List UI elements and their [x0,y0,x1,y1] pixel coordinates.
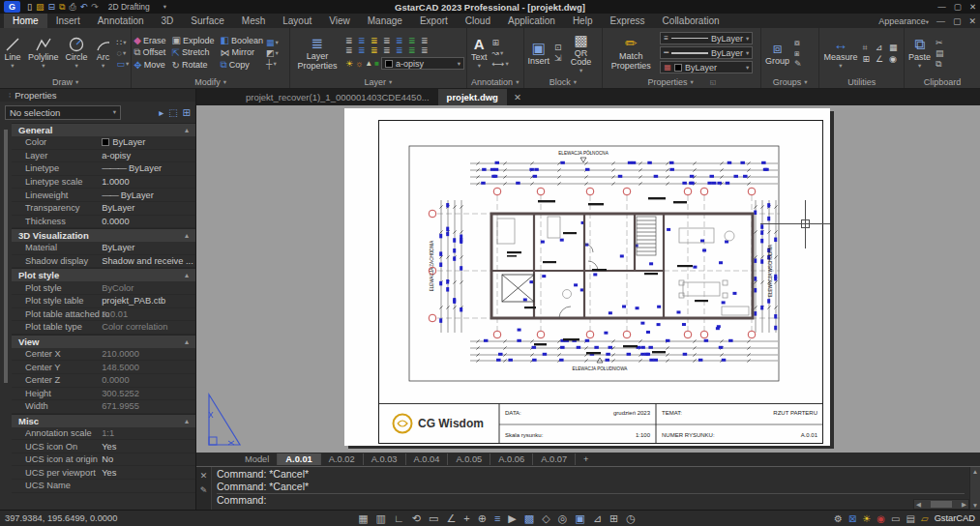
arc-button[interactable]: Arc▾ [93,36,114,69]
property-value[interactable]: 1:1 [102,428,195,438]
object-color-dropdown[interactable]: ▦ ByLayer▾ [660,61,753,73]
scroll-up-icon[interactable]: ▲ [972,468,978,475]
area-icon[interactable]: ⊿ [876,43,883,53]
layer-tool-icon-4[interactable]: ≣ [383,36,395,45]
menu-tab-3d[interactable]: 3D [153,14,183,28]
annotation-monitor-icon[interactable]: ◎ [558,511,568,526]
command-window[interactable]: ✕ ✎ Command: *Cancel*Command: *Cancel*Co… [196,466,980,510]
lineweight-dropdown[interactable]: ┅ ByLayer▾ [660,46,753,59]
stretch-button[interactable]: ⇱Stretch [172,46,215,58]
id-point-icon[interactable]: ⌗ [862,43,870,53]
section-header-plot-style[interactable]: Plot style▴ [12,268,195,281]
polar-tracking-icon[interactable]: ⟲ [412,511,421,526]
doc-tab-0[interactable]: projekt_recover(1)_1_000001403CDE4450... [237,89,438,105]
property-value[interactable]: 671.9955 [102,401,195,411]
section-header-view[interactable]: View▴ [12,335,195,348]
object-snap-tracking-icon[interactable]: ⊕ [478,511,487,526]
copy-button[interactable]: ⧉Copy [221,59,263,71]
minimize-button[interactable]: — [937,2,946,12]
doc-minimize-button[interactable]: — [936,16,945,26]
plot-icon[interactable]: ▤ [906,513,914,524]
property-value[interactable]: Yes [102,442,195,452]
doc-tab-close-icon[interactable]: ✕ [507,89,528,105]
rotate-button[interactable]: ↻Rotate [172,59,215,71]
layer-thaw-sun-icon[interactable]: ☼ [355,59,363,69]
layer-tool-icon-9[interactable]: ≣ [358,45,370,55]
ellipse-button[interactable]: ◌▾ [117,48,130,58]
property-value[interactable]: Color correlation [102,322,195,332]
point-grid-button[interactable]: ∷▾ [117,38,130,47]
leader-button[interactable]: ↝▾ [492,48,509,58]
layer-tool-icon-10[interactable]: ≣ [371,45,382,55]
command-scrollbar[interactable]: ▲ ▼ [969,467,980,510]
palette-grip-icon[interactable]: ⁞ [9,91,11,100]
full-screen-icon[interactable]: ▭ [891,513,900,524]
property-value[interactable]: ———ByLayer [102,163,195,173]
menu-tab-annotation[interactable]: Annotation [89,14,153,28]
menu-tab-surface[interactable]: Surface [182,14,232,28]
layer-on-bulb-icon[interactable]: ☀ [345,59,353,69]
create-block-button[interactable]: ⊡ [554,43,562,52]
redo-icon[interactable]: ↷ [91,2,99,12]
scroll-right-icon[interactable]: ▶ [962,501,966,509]
edit-block-button[interactable]: ⇲ [554,53,562,63]
property-value[interactable]: ——ByLayer [102,190,195,200]
menu-tab-layout[interactable]: Layout [274,14,320,28]
property-value[interactable]: No [102,454,195,464]
layer-tool-icon-1[interactable]: ≣ [345,36,357,45]
property-value[interactable]: A.0.01 [102,309,195,319]
line-button[interactable]: Line▾ [2,36,23,69]
drawing-canvas[interactable]: ELEWACJA PÓŁNOCNA ELEWACJA POŁUDNIOWA EL… [196,105,980,453]
fillet-button[interactable]: ◩▾ [266,48,279,58]
layout-tab-a-0-07[interactable]: A.0.07 [533,453,576,465]
ungroup-button[interactable]: ⧇ [794,38,802,47]
layer-tool-icon-3[interactable]: ≣ [371,36,382,45]
lineweight-display-icon[interactable]: ≡ [494,511,500,526]
scroll-down-icon[interactable]: ▼ [972,502,978,509]
paper-sheet[interactable]: ELEWACJA PÓŁNOCNA ELEWACJA POŁUDNIOWA EL… [344,108,830,446]
isometric-drafting-icon[interactable]: ◇ [542,511,549,526]
point-style-icon[interactable]: ◉ [889,54,898,64]
workspace-select[interactable]: 2D Drafting ▾ [108,2,166,12]
property-value[interactable]: Yes [102,468,195,478]
3d-object-snap-icon[interactable]: ▩ [524,511,534,526]
menu-tab-cloud[interactable]: Cloud [457,14,499,28]
close-button[interactable]: ✕ [969,2,976,12]
layer-tool-icon-2[interactable]: ≣ [358,36,370,45]
circle-button[interactable]: Circle▾ [64,36,90,69]
dynamic-input-icon[interactable]: ▭ [429,511,438,526]
save-as-icon[interactable]: ⧉ [59,2,65,12]
palette-scrollbar[interactable] [4,130,8,383]
bulb-icon[interactable]: ☀ [862,513,871,524]
draw-panel-title[interactable]: Draw▾ [2,76,129,88]
command-input[interactable]: Command: [217,493,965,509]
rectangle-button[interactable]: ▭▾ [117,59,130,69]
settings-gear-icon[interactable]: ⚙ [834,513,843,524]
match-properties-button[interactable]: ✏ Match Properties [605,35,657,71]
property-value[interactable]: ByLayer [102,137,195,147]
layer-tool-icon-11[interactable]: ≣ [383,45,395,55]
layer-unlock-icon[interactable]: ▲ [365,59,372,68]
annotation-scale-icon[interactable]: ⊿ [593,511,602,526]
menu-tab-mesh[interactable]: Mesh [233,14,274,28]
property-value[interactable]: 210.0000 [102,349,195,359]
layout-tab-a-0-04[interactable]: A.0.04 [406,453,449,465]
linetype-dropdown[interactable]: ≡ ByLayer▾ [660,32,753,44]
layer-tool-icon-13[interactable]: ≣ [408,45,420,55]
property-value[interactable]: ByLayer [102,243,195,252]
layout-tab-a-0-02[interactable]: A.0.02 [321,453,364,465]
annotation-panel-title[interactable]: Annotation▾ [469,76,521,88]
layer-properties-button[interactable]: ≣ Layer Properties [292,35,342,71]
property-value[interactable]: 0.0000 [102,217,195,226]
mirror-button[interactable]: ⋈Mirror [221,46,263,58]
property-value[interactable]: a-opisy [102,151,195,161]
paste-button[interactable]: ⧉ Paste▾ [906,36,933,69]
trim-button[interactable]: ┼▾ [266,59,279,69]
menu-tab-home[interactable]: Home [4,14,47,28]
group-edit-button[interactable]: ⧆ [794,48,802,58]
qr-code-button[interactable]: ▩ QR Code▾ [565,32,598,74]
snap-node-icon[interactable]: + [463,511,469,526]
group-button[interactable]: ⧈ Group [763,40,791,66]
explode-button[interactable]: ▣Explode [172,35,215,45]
property-value[interactable]: 0.0000 [102,375,195,385]
